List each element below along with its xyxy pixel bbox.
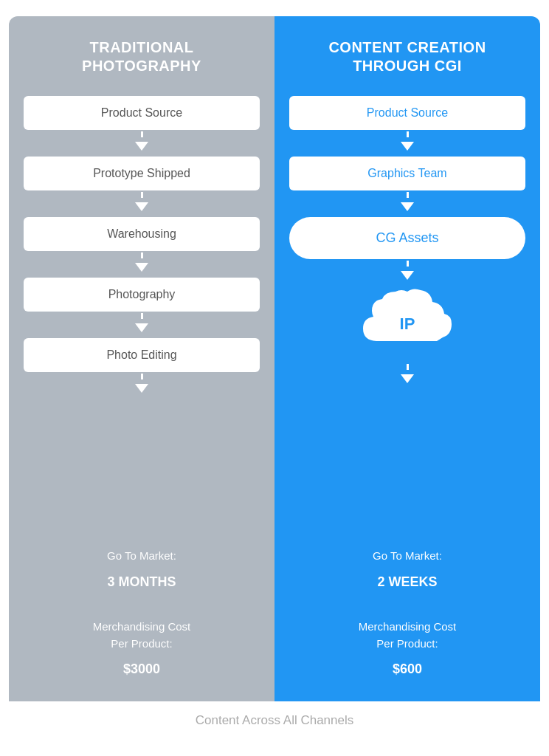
arrow-5 [135, 374, 148, 397]
right-arrow-1 [401, 131, 414, 155]
arrow-2 [135, 192, 148, 216]
right-arrow-3 [401, 261, 414, 284]
left-go-to-market-value: 3 MONTHS [93, 572, 191, 592]
left-title: TRADITIONAL PHOTOGRAPHY [82, 38, 201, 75]
right-column: CONTENT CREATION THROUGH CGI Product Sou… [274, 16, 540, 701]
right-arrow-2 [401, 192, 414, 216]
right-cost-value: $600 [359, 659, 457, 679]
left-cost-value: $3000 [93, 659, 191, 679]
cloud-label: IP [400, 315, 415, 334]
bottom-content-bar: Content Across All Channels [9, 701, 540, 740]
left-step-5: Photo Editing [24, 338, 260, 372]
right-cost-label: Merchandising Cost Per Product: [359, 602, 457, 653]
left-step-2: Prototype Shipped [24, 157, 260, 190]
right-go-to-market-value: 2 WEEKS [359, 572, 457, 592]
left-step-3: Warehousing [24, 217, 260, 251]
right-title: CONTENT CREATION THROUGH CGI [328, 38, 486, 75]
arrow-3 [135, 252, 148, 276]
arrow-1 [135, 131, 148, 155]
left-go-to-market-label: Go To Market: [93, 548, 191, 565]
right-oval-step: CG Assets [289, 217, 525, 259]
right-go-to-market-label: Go To Market: [359, 548, 457, 565]
left-step-4: Photography [24, 278, 260, 312]
right-step-2: Graphics Team [289, 157, 525, 190]
arrow-4 [135, 313, 148, 337]
left-cost-label: Merchandising Cost Per Product: [93, 602, 191, 653]
cloud-shape: IP [356, 286, 459, 362]
right-arrow-4 [401, 364, 414, 388]
left-step-1: Product Source [24, 96, 260, 130]
left-column: TRADITIONAL PHOTOGRAPHY Product Source P… [9, 16, 274, 701]
right-step-1: Product Source [289, 96, 525, 130]
